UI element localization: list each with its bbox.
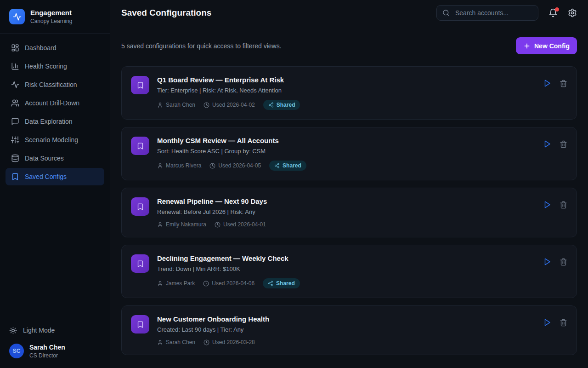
config-list: Q1 Board Review — Enterprise At Risk Tie…: [121, 66, 577, 355]
sidebar-item-data-sources[interactable]: Data Sources: [6, 150, 104, 167]
sidebar-item-account-drill-down[interactable]: Account Drill-Down: [6, 94, 104, 112]
share-icon: [274, 163, 280, 168]
theme-toggle-label: Light Mode: [23, 327, 55, 334]
shared-badge-label: Shared: [276, 280, 295, 287]
sidebar-item-saved-configs[interactable]: Saved Configs: [6, 168, 104, 185]
run-config-button[interactable]: [543, 79, 551, 87]
theme-toggle[interactable]: Light Mode: [9, 327, 101, 334]
sidebar-item-data-exploration[interactable]: Data Exploration: [6, 113, 104, 130]
users-icon: [11, 99, 19, 107]
trash-icon: [560, 140, 567, 148]
sidebar-item-label: Data Exploration: [25, 118, 73, 125]
bookmark-icon: [131, 254, 149, 273]
play-icon: [543, 140, 551, 148]
sidebar-item-dashboard[interactable]: Dashboard: [6, 39, 104, 57]
bookmark-icon: [131, 197, 149, 216]
sidebar-item-label: Saved Configs: [25, 173, 67, 180]
run-config-button[interactable]: [543, 318, 551, 327]
config-owner: James Park: [157, 280, 195, 287]
search-input[interactable]: [454, 9, 532, 17]
run-config-button[interactable]: [543, 140, 551, 148]
trash-icon: [560, 201, 567, 209]
clock-icon: [203, 281, 209, 287]
app-logo-activity-icon: [9, 9, 25, 24]
config-actions: [543, 76, 567, 87]
clock-icon: [209, 163, 215, 169]
topbar: Saved Configurations: [110, 0, 588, 26]
config-card: Renewal Pipeline — Next 90 Days Renewal:…: [121, 188, 577, 237]
sidebar-item-health-scoring[interactable]: Health Scoring: [6, 58, 104, 75]
config-last-used: Used 2026-04-02: [204, 102, 255, 108]
config-owner-name: Marcus Rivera: [166, 162, 201, 169]
user-profile[interactable]: SC Sarah Chen CS Director: [9, 344, 101, 359]
trash-icon: [560, 258, 567, 266]
config-card-body: New Customer Onboarding Health Created: …: [157, 315, 536, 345]
new-config-label: New Config: [534, 42, 570, 50]
trash-icon: [560, 80, 567, 87]
config-meta: Sarah Chen Used 2026-03-28 Shared: [157, 339, 536, 345]
config-filters: Trend: Down | Min ARR: $100K: [157, 265, 536, 272]
sidebar-item-scenario-modeling[interactable]: Scenario Modeling: [6, 131, 104, 149]
config-card: Monthly CSM Review — All Accounts Sort: …: [121, 127, 577, 180]
user-info: Sarah Chen CS Director: [29, 344, 65, 359]
config-last-used-text: Used 2026-03-28: [212, 339, 255, 345]
user-name: Sarah Chen: [29, 344, 65, 351]
message-square-icon: [11, 117, 19, 126]
user-icon: [157, 163, 163, 169]
config-title: Renewal Pipeline — Next 90 Days: [157, 197, 536, 205]
main-area: Saved Configurations 5 saved configurati…: [110, 0, 588, 368]
bookmark-icon: [131, 76, 149, 94]
activity-pulse-icon: [11, 80, 19, 89]
plus-icon: [523, 42, 531, 50]
sidebar-footer: Light Mode SC Sarah Chen CS Director: [0, 319, 110, 368]
config-card-body: Q1 Board Review — Enterprise At Risk Tie…: [157, 76, 536, 110]
layout-dashboard-icon: [11, 44, 19, 52]
page-title: Saved Configurations: [121, 8, 211, 18]
settings-button[interactable]: [568, 8, 577, 17]
sidebar-item-label: Dashboard: [25, 44, 57, 52]
bookmark-icon: [131, 137, 149, 155]
shared-badge: Shared: [263, 278, 300, 288]
content: 5 saved configurations for quick access …: [110, 26, 588, 368]
delete-config-button[interactable]: [560, 319, 567, 327]
config-last-used-text: Used 2026-04-01: [223, 221, 266, 228]
clock-icon: [204, 339, 209, 345]
config-meta: Marcus Rivera Used 2026-04-05 Shared: [157, 161, 536, 171]
trash-icon: [560, 319, 567, 327]
sidebar: Engagement Canopy Learning Dashboard Hea…: [0, 0, 110, 368]
notifications-button[interactable]: [548, 8, 558, 17]
config-last-used-text: Used 2026-04-05: [218, 162, 261, 169]
database-icon: [11, 154, 19, 162]
run-config-button[interactable]: [543, 258, 551, 266]
delete-config-button[interactable]: [560, 140, 567, 148]
share-icon: [268, 281, 273, 286]
bookmark-icon: [11, 172, 19, 181]
bar-chart-icon: [11, 62, 19, 70]
config-owner: Emily Nakamura: [157, 221, 206, 228]
config-last-used: Used 2026-04-06: [203, 280, 254, 287]
bookmark-icon: [131, 315, 149, 334]
config-actions: [543, 197, 567, 209]
config-title: New Customer Onboarding Health: [157, 315, 536, 323]
search-icon: [442, 9, 450, 17]
sidebar-item-risk-classification[interactable]: Risk Classification: [6, 76, 104, 93]
config-owner-name: Sarah Chen: [166, 102, 195, 108]
config-owner-name: James Park: [166, 280, 195, 287]
play-icon: [543, 318, 551, 327]
content-header: 5 saved configurations for quick access …: [121, 37, 577, 54]
config-title: Declining Engagement — Weekly Check: [157, 254, 536, 262]
config-filters: Created: Last 90 days | Tier: Any: [157, 326, 536, 333]
config-meta: Sarah Chen Used 2026-04-02 Shared: [157, 100, 536, 110]
play-icon: [543, 258, 551, 266]
delete-config-button[interactable]: [560, 258, 567, 266]
delete-config-button[interactable]: [560, 80, 567, 87]
delete-config-button[interactable]: [560, 201, 567, 209]
search-box[interactable]: [436, 5, 538, 21]
config-last-used-text: Used 2026-04-02: [212, 102, 255, 108]
config-owner-name: Emily Nakamura: [166, 221, 206, 228]
new-config-button[interactable]: New Config: [516, 37, 577, 54]
user-icon: [157, 281, 163, 287]
config-card: Q1 Board Review — Enterprise At Risk Tie…: [121, 66, 577, 120]
run-config-button[interactable]: [543, 201, 551, 209]
sidebar-item-label: Health Scoring: [25, 63, 67, 70]
